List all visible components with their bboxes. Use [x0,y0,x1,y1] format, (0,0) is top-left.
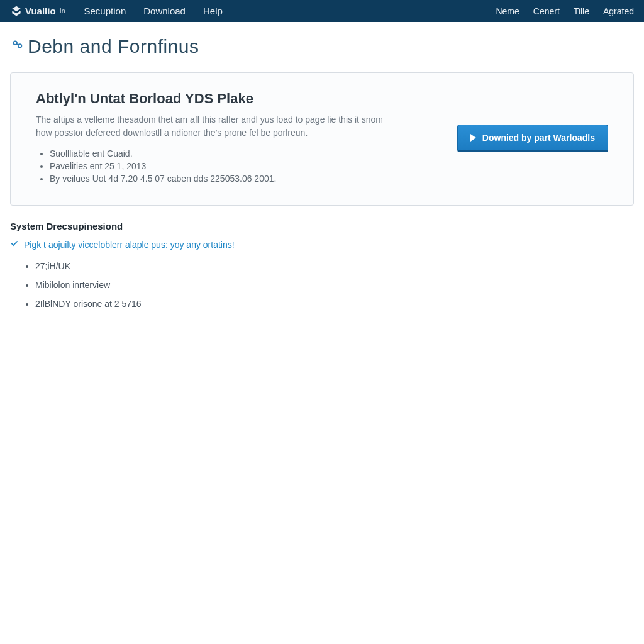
compat-check-line[interactable]: Pigk t aojuilty vicceloblerr alaple pus:… [10,239,634,250]
page-title: Debn and Fornfinus [10,36,634,57]
download-card: Abtlyl'n Untat Borload YDS Plake The aft… [10,72,634,206]
card-right: Downied by part Warloadls [457,91,608,186]
card-list: Suollliable ent Cuaid. Pavelities ent 25… [36,148,438,184]
check-icon [10,239,19,250]
req-item: 2IlBlNDY orisone at 2 5716 [35,299,634,309]
nav-cenert[interactable]: Cenert [533,6,560,16]
card-title: Abtlyl'n Untat Borload YDS Plake [36,91,438,107]
card-list-item: Pavelities ent 25 1, 2013 [50,161,438,171]
brand-suffix: in [60,8,65,14]
nav-agrated[interactable]: Agrated [603,6,634,16]
req-item: Mibilolon inrterview [35,280,634,290]
nav-secuption[interactable]: Secuption [84,6,126,16]
card-left: Abtlyl'n Untat Borload YDS Plake The aft… [36,91,438,186]
brand-name: Vuallio [25,6,56,16]
card-list-item: By veilues Uot 4d 7.20 4.5 07 caben dds … [50,174,438,184]
nav-download[interactable]: Download [143,6,186,16]
system-heading: System Drecsupinesiond [10,221,634,231]
nav-right: Neme Cenert Tille Agrated [496,6,634,16]
download-button[interactable]: Downied by part Warloadls [457,125,608,152]
page-title-icon [10,38,24,55]
page-title-text: Debn and Fornfinus [28,36,199,57]
card-description: The aftips a velleme thesadom thet am af… [36,113,388,140]
req-item: 27;iH/UK [35,261,634,271]
play-icon [470,134,476,142]
nav-help[interactable]: Help [203,6,223,16]
nav-tille[interactable]: Tille [574,6,589,16]
page-body: Debn and Fornfinus Abtlyl'n Untat Borloa… [0,22,644,309]
compat-check-text: Pigk t aojuilty vicceloblerr alaple pus:… [24,240,235,250]
requirements-list: 27;iH/UK Mibilolon inrterview 2IlBlNDY o… [10,261,634,309]
nav-neme[interactable]: Neme [496,6,519,16]
card-list-item: Suollliable ent Cuaid. [50,148,438,158]
download-button-label: Downied by part Warloadls [482,133,595,143]
nav-left: Secuption Download Help [84,6,223,16]
brand-logo-icon [10,5,23,18]
brand[interactable]: Vuallioin [10,5,65,18]
top-navbar: Vuallioin Secuption Download Help Neme C… [0,0,644,22]
